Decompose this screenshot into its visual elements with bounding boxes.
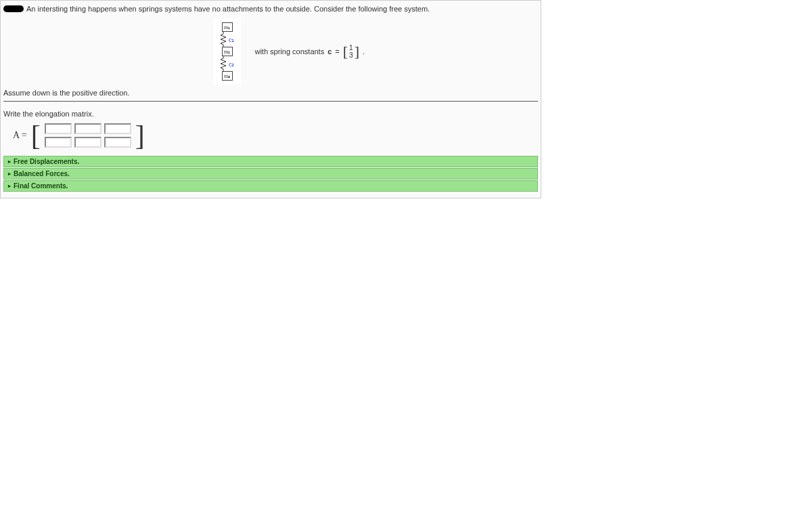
intro-row: An intersting thing happens when springs… — [3, 3, 538, 14]
matrix-label: A = — [13, 130, 27, 141]
caret-right-icon: ▸ — [8, 183, 11, 189]
accordion-label: Free Displacements. — [14, 158, 79, 165]
accordion-free-displacements[interactable]: ▸ Free Displacements. — [3, 156, 538, 167]
caret-right-icon: ▸ — [8, 171, 11, 177]
matrix-bracket-right-icon: ] — [135, 122, 145, 149]
problem-container: An intersting thing happens when springs… — [0, 0, 541, 198]
caret-right-icon: ▸ — [8, 158, 11, 165]
redacted-label — [3, 5, 24, 12]
bracket-left-icon: [ — [343, 44, 348, 59]
mass-2: m₂ — [222, 47, 233, 56]
spring-label-1: c₁ — [229, 36, 234, 43]
c-vector: [ 1 3 ] — [343, 44, 359, 59]
bracket-right-icon: ] — [355, 44, 359, 59]
matrix-inputs — [45, 123, 131, 148]
spring-1: c₁ — [220, 32, 234, 47]
matrix-input-row: A = [ ] — [13, 122, 538, 149]
direction-note: Assume down is the positive direction. — [3, 89, 538, 97]
figure-text-eq: = — [335, 47, 339, 56]
section-divider — [3, 101, 538, 102]
matrix-cell-1-1[interactable] — [74, 137, 102, 148]
c-vector-entry-0: 1 — [349, 44, 353, 51]
figure-text-c: c — [328, 47, 332, 56]
figure-caption: with spring constants c = [ 1 3 ] . — [254, 44, 365, 59]
mass-1: m₁ — [222, 22, 233, 32]
figure-text-prefix: with spring constants — [254, 47, 324, 56]
accordion-label: Final Comments. — [14, 182, 68, 190]
matrix-cell-0-2[interactable] — [104, 123, 131, 134]
matrix-cell-1-0[interactable] — [45, 137, 72, 148]
matrix-bracket-left-icon: [ — [31, 122, 41, 149]
figure-row: m₁ c₁ m₂ c₂ m₃ with spring constants c =… — [213, 18, 538, 85]
spring-2: c₂ — [220, 56, 234, 71]
mass-3: m₃ — [222, 71, 233, 81]
c-vector-entry-1: 3 — [349, 51, 353, 59]
spring-diagram: m₁ c₁ m₂ c₂ m₃ — [213, 18, 241, 85]
accordion-label: Balanced Forces. — [14, 170, 70, 177]
spring-label-2: c₂ — [229, 60, 234, 68]
accordion: ▸ Free Displacements. ▸ Balanced Forces.… — [3, 156, 538, 192]
figure-text-suffix: . — [363, 47, 365, 56]
accordion-balanced-forces[interactable]: ▸ Balanced Forces. — [3, 168, 538, 179]
matrix-cell-0-0[interactable] — [45, 123, 72, 134]
intro-text: An intersting thing happens when springs… — [26, 5, 430, 13]
matrix-prompt: Write the elongation matrix. — [3, 110, 538, 118]
accordion-final-comments[interactable]: ▸ Final Comments. — [3, 180, 538, 192]
matrix-cell-0-1[interactable] — [74, 123, 102, 134]
matrix-cell-1-2[interactable] — [104, 137, 131, 148]
